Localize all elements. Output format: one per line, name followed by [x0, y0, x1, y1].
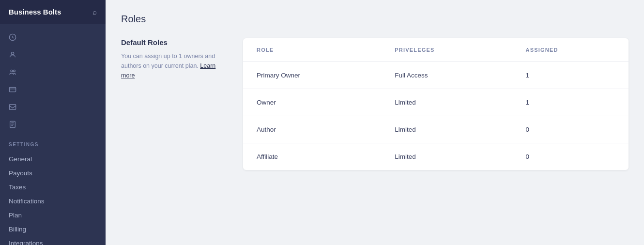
row-2-privileges: Limited — [381, 116, 512, 143]
settings-nav: SETTINGS GeneralPayoutsTaxesNotification… — [0, 133, 106, 245]
row-0-assigned: 1 — [512, 62, 629, 89]
table-row: OwnerLimited1 — [243, 89, 629, 116]
content-area: Default Roles You can assign up to 1 own… — [121, 38, 629, 170]
table-body: Primary OwnerFull Access1OwnerLimited1Au… — [243, 62, 629, 170]
sidebar: Business Bolts ⌕ SETTINGS GeneralPayouts… — [0, 0, 106, 245]
description-heading: Default Roles — [121, 38, 228, 46]
description-text: You can assign up to 1 owners and author… — [121, 51, 228, 80]
table-row: Primary OwnerFull Access1 — [243, 62, 629, 89]
row-2-role: Author — [243, 116, 381, 143]
sidebar-item-general[interactable]: General — [9, 152, 97, 166]
search-icon[interactable]: ⌕ — [92, 8, 97, 16]
svg-point-3 — [13, 70, 15, 72]
row-1-assigned: 1 — [512, 89, 629, 116]
row-0-privileges: Full Access — [381, 62, 512, 89]
sidebar-icon-home[interactable] — [0, 29, 106, 46]
app-logo: Business Bolts — [9, 8, 61, 16]
sidebar-item-taxes[interactable]: Taxes — [9, 180, 97, 194]
sidebar-header: Business Bolts ⌕ — [0, 0, 106, 24]
sidebar-item-integrations[interactable]: Integrations — [9, 236, 97, 245]
svg-point-1 — [11, 52, 14, 55]
sidebar-icon-mail[interactable] — [0, 98, 106, 116]
row-3-assigned: 0 — [512, 143, 629, 170]
description-panel: Default Roles You can assign up to 1 own… — [121, 38, 228, 170]
row-3-privileges: Limited — [381, 143, 512, 170]
row-1-role: Owner — [243, 89, 381, 116]
sidebar-item-plan[interactable]: Plan — [9, 208, 97, 222]
sidebar-item-notifications[interactable]: Notifications — [9, 194, 97, 208]
table-header-row: ROLEPRIVELEGESASSIGNED — [243, 38, 629, 62]
svg-point-2 — [11, 70, 13, 72]
svg-rect-5 — [9, 105, 15, 110]
main-content: Roles Default Roles You can assign up to… — [106, 0, 644, 245]
sidebar-icon-document[interactable] — [0, 116, 106, 133]
sidebar-icon-user[interactable] — [0, 46, 106, 63]
roles-table: ROLEPRIVELEGESASSIGNED Primary OwnerFull… — [243, 38, 629, 170]
row-1-privileges: Limited — [381, 89, 512, 116]
nav-items: GeneralPayoutsTaxesNotificationsPlanBill… — [9, 152, 97, 245]
roles-table-header: ROLEPRIVELEGESASSIGNED — [243, 38, 629, 62]
sidebar-icon-nav — [0, 24, 106, 133]
col-header-assigned: ASSIGNED — [512, 38, 629, 62]
roles-card: ROLEPRIVELEGESASSIGNED Primary OwnerFull… — [243, 38, 629, 170]
svg-rect-4 — [9, 87, 15, 92]
settings-section-label: SETTINGS — [9, 142, 97, 147]
page-title: Roles — [121, 14, 629, 25]
col-header-privileges: PRIVELEGES — [381, 38, 512, 62]
col-header-role: ROLE — [243, 38, 381, 62]
table-row: AffiliateLimited0 — [243, 143, 629, 170]
sidebar-icon-billing[interactable] — [0, 81, 106, 98]
sidebar-item-payouts[interactable]: Payouts — [9, 166, 97, 180]
row-0-role: Primary Owner — [243, 62, 381, 89]
sidebar-item-billing[interactable]: Billing — [9, 222, 97, 236]
row-3-role: Affiliate — [243, 143, 381, 170]
row-2-assigned: 0 — [512, 116, 629, 143]
table-row: AuthorLimited0 — [243, 116, 629, 143]
sidebar-icon-team[interactable] — [0, 63, 106, 81]
